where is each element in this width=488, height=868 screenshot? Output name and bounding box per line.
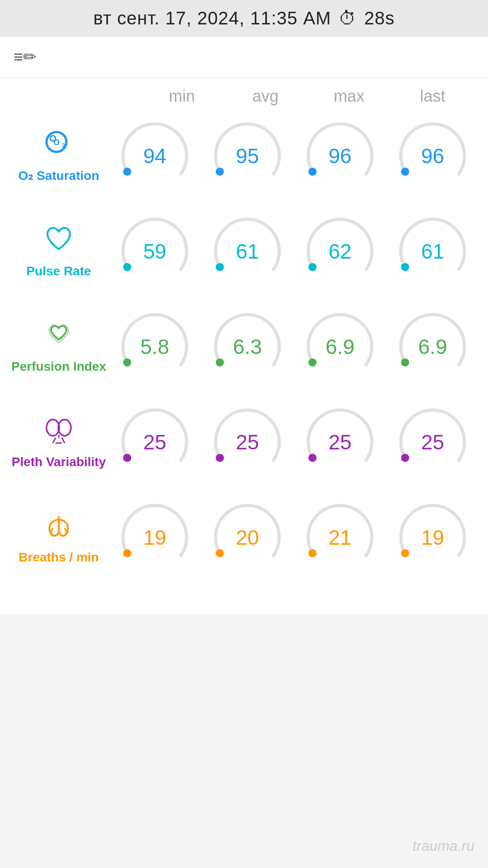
gauge-breaths-per-min-min: 19 (117, 500, 192, 575)
svg-point-5 (216, 168, 224, 176)
watermark: trauma.ru (413, 838, 474, 854)
value-pleth-variability-last: 25 (421, 430, 444, 454)
svg-point-7 (401, 168, 409, 176)
metric-name-o2-saturation: O₂ Saturation (18, 168, 99, 183)
metrics-container: O 2 O₂ Saturation 94 95 96 96 Pulse Rate… (0, 110, 488, 583)
duration-text: 28s (364, 8, 395, 28)
metric-row-pulse-rate: Pulse Rate 59 61 62 61 (0, 206, 488, 297)
gauge-breaths-per-min-max: 21 (303, 500, 377, 575)
metric-label-breaths-per-min: Breaths / min (9, 510, 108, 565)
value-pulse-rate-avg: 61 (236, 239, 259, 264)
gauge-perfusion-index-max: 6.9 (303, 309, 377, 384)
gauge-perfusion-index-avg: 6.3 (210, 309, 285, 384)
svg-point-14 (308, 359, 316, 367)
col-avg: avg (224, 87, 307, 106)
col-max: max (307, 87, 391, 106)
metric-name-perfusion-index: Perfusion Index (11, 359, 106, 374)
value-breaths-per-min-last: 19 (421, 525, 444, 550)
datetime-text: вт сент. 17, 2024, 11:35 AM (94, 8, 331, 28)
value-pleth-variability-min: 25 (143, 430, 166, 454)
col-min: min (140, 87, 224, 106)
value-o2-saturation-min: 94 (143, 144, 166, 168)
gauge-pulse-rate-min: 59 (117, 214, 192, 288)
gauge-o2-saturation-last: 96 (395, 118, 470, 193)
svg-point-15 (401, 359, 409, 367)
lungs-icon (43, 510, 75, 547)
column-headers: min avg max last (0, 87, 488, 110)
metric-row-pleth-variability: Pleth Variability 25 25 25 25 (0, 396, 488, 487)
value-pulse-rate-min: 59 (143, 239, 166, 264)
metric-values-pleth-variability: 25 25 25 25 (108, 405, 479, 479)
metric-label-o2-saturation: O 2 O₂ Saturation (9, 128, 108, 183)
svg-point-18 (123, 454, 131, 462)
metric-label-pleth-variability: Pleth Variability (9, 415, 108, 469)
metric-values-o2-saturation: 94 95 96 96 (108, 118, 479, 193)
gauge-breaths-per-min-avg: 20 (210, 500, 285, 575)
value-breaths-per-min-max: 21 (328, 525, 352, 550)
metric-values-perfusion-index: 5.8 6.3 6.9 6.9 (108, 309, 479, 384)
gauge-pleth-variability-min: 25 (117, 405, 192, 479)
gauge-pleth-variability-last: 25 (395, 405, 470, 479)
value-o2-saturation-last: 96 (421, 144, 444, 168)
perfusion-icon (43, 320, 75, 356)
svg-point-19 (216, 454, 224, 462)
value-perfusion-index-last: 6.9 (418, 335, 447, 359)
metric-label-perfusion-index: Perfusion Index (9, 320, 108, 374)
svg-point-22 (123, 549, 131, 557)
value-o2-saturation-max: 96 (328, 144, 352, 168)
svg-text:2: 2 (62, 142, 65, 149)
metric-values-pulse-rate: 59 61 62 61 (108, 214, 479, 288)
gauge-breaths-per-min-last: 19 (395, 500, 470, 575)
value-perfusion-index-min: 5.8 (141, 335, 169, 359)
gauge-pulse-rate-avg: 61 (210, 214, 285, 288)
value-pleth-variability-avg: 25 (236, 430, 259, 454)
gauge-o2-saturation-min: 94 (117, 118, 192, 193)
svg-point-4 (123, 168, 131, 176)
svg-point-6 (308, 168, 316, 176)
svg-point-24 (308, 549, 316, 557)
toolbar: ≡✏ (0, 37, 488, 78)
gauge-perfusion-index-last: 6.9 (395, 309, 470, 384)
main-content: min avg max last O 2 O₂ Saturation 94 95… (0, 78, 488, 614)
svg-point-11 (401, 263, 409, 271)
metric-row-perfusion-index: Perfusion Index 5.8 6.3 6.9 6.9 (0, 301, 488, 392)
svg-point-12 (123, 359, 131, 367)
status-bar: вт сент. 17, 2024, 11:35 AM ⏱ 28s (0, 0, 488, 37)
value-perfusion-index-max: 6.9 (326, 335, 355, 359)
svg-point-21 (401, 454, 409, 462)
value-breaths-per-min-min: 19 (143, 525, 166, 550)
value-breaths-per-min-avg: 20 (236, 525, 259, 550)
col-last: last (391, 87, 474, 106)
svg-point-25 (401, 549, 409, 557)
svg-point-8 (123, 263, 131, 271)
svg-point-20 (308, 454, 316, 462)
pleth-icon (43, 415, 75, 451)
value-pulse-rate-last: 61 (421, 239, 444, 264)
metric-values-breaths-per-min: 19 20 21 19 (108, 500, 479, 575)
timer-icon: ⏱ (338, 8, 357, 28)
gauge-pleth-variability-avg: 25 (210, 405, 285, 479)
o2-icon: O 2 (43, 128, 75, 165)
svg-point-23 (216, 549, 224, 557)
gauge-pulse-rate-last: 61 (395, 214, 470, 288)
metric-label-pulse-rate: Pulse Rate (9, 224, 108, 278)
edit-icon[interactable]: ≡✏ (14, 47, 37, 66)
value-o2-saturation-avg: 95 (236, 144, 259, 168)
gauge-o2-saturation-max: 96 (303, 118, 377, 193)
gauge-o2-saturation-avg: 95 (210, 118, 285, 193)
heart-icon (43, 224, 75, 260)
gauge-pleth-variability-max: 25 (303, 405, 377, 479)
metric-name-pleth-variability: Pleth Variability (12, 455, 106, 469)
value-perfusion-index-avg: 6.3 (233, 335, 262, 359)
metric-row-breaths-per-min: Breaths / min 19 20 21 19 (0, 492, 488, 583)
metric-row-o2-saturation: O 2 O₂ Saturation 94 95 96 96 (0, 110, 488, 201)
svg-point-10 (308, 263, 316, 271)
svg-text:O: O (53, 138, 60, 147)
value-pulse-rate-max: 62 (328, 239, 352, 264)
svg-point-17 (58, 420, 71, 436)
gauge-perfusion-index-min: 5.8 (117, 309, 192, 384)
gauge-pulse-rate-max: 62 (303, 214, 377, 288)
svg-point-9 (216, 263, 224, 271)
value-pleth-variability-max: 25 (328, 430, 352, 454)
svg-point-13 (216, 359, 224, 367)
